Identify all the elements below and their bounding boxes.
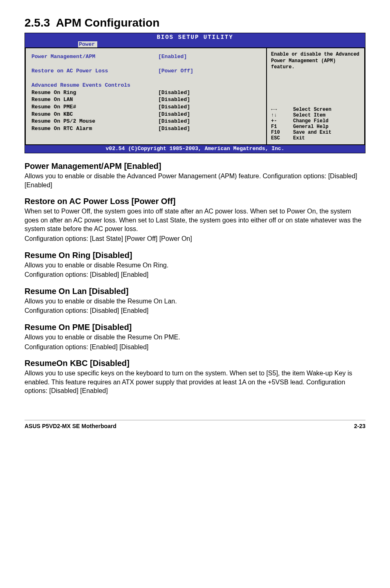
- bios-setting-row: Resume On PS/2 Mouse[Disabled]: [31, 118, 260, 125]
- bios-key: ←→: [271, 107, 293, 112]
- page-footer: ASUS P5VD2-MX SE Motherboard 2-23: [25, 420, 365, 429]
- bios-setting-row: Resume On KBC[Disabled]: [31, 111, 260, 118]
- footer-left: ASUS P5VD2-MX SE Motherboard: [25, 423, 117, 429]
- bios-setting-value[interactable]: [Disabled]: [158, 103, 260, 111]
- bios-key-legend: ←→Select Screen↑↓Select Item+-Change Fie…: [271, 107, 360, 141]
- bios-setting-label[interactable]: Resume On Ring: [31, 89, 158, 97]
- bios-setting-label[interactable]: Resume On RTC Alarm: [31, 125, 158, 132]
- bios-key: ESC: [271, 135, 293, 141]
- bios-help-text: Enable or disable the Advanced Power Man…: [271, 52, 360, 71]
- bios-key-desc: Select Item: [293, 112, 360, 118]
- bios-setting-row: Advanced Resume Events Controls: [31, 82, 260, 89]
- subheading: Resume On PME [Disabled]: [25, 323, 365, 332]
- bios-footer: v02.54 (C)Copyright 1985-2003, American …: [25, 145, 365, 153]
- bios-setting-value[interactable]: [Disabled]: [158, 89, 260, 97]
- bios-setting-value[interactable]: [Disabled]: [158, 111, 260, 118]
- body-text: Configuration options: [Enabled] [Disabl…: [25, 343, 365, 352]
- bios-setting-label[interactable]: Power Management/APM: [31, 53, 158, 61]
- bios-key-row: ←→Select Screen: [271, 107, 360, 112]
- bios-setting-row: [31, 75, 260, 82]
- bios-key-row: ESCExit: [271, 135, 360, 141]
- bios-key-row: ↑↓Select Item: [271, 112, 360, 118]
- body-text: Allows you to enable or disable the Resu…: [25, 333, 365, 342]
- subheading: Resume On Lan [Disabled]: [25, 287, 365, 296]
- bios-title-bar: BIOS SETUP UTILITY: [25, 33, 365, 41]
- bios-key: ↑↓: [271, 112, 293, 118]
- subheading: Resume On Ring [Disabled]: [25, 251, 365, 260]
- body-text: Allows you to use specific keys on the k…: [25, 369, 365, 395]
- bios-setting-value[interactable]: [Enabled]: [158, 53, 260, 61]
- bios-setting-label[interactable]: Resume On LAN: [31, 96, 158, 103]
- bios-key: F10: [271, 130, 293, 135]
- bios-setting-label[interactable]: Resume On PS/2 Mouse: [31, 118, 158, 125]
- body-text: Configuration options: [Disabled] [Enabl…: [25, 270, 365, 279]
- bios-key-desc: Exit: [293, 135, 360, 141]
- bios-setting-row: [31, 61, 260, 68]
- body-text: Configuration options: [Last State] [Pow…: [25, 234, 365, 243]
- subheading: ResumeOn KBC [Disabled]: [25, 359, 365, 368]
- bios-setting-row: Resume On Ring[Disabled]: [31, 89, 260, 97]
- body-text: When set to Power Off, the system goes i…: [25, 207, 365, 233]
- bios-key: F1: [271, 124, 293, 130]
- bios-setting-row: Restore on AC Power Loss[Power Off]: [31, 67, 260, 75]
- tab-power[interactable]: Power: [78, 41, 97, 47]
- bios-setting-value[interactable]: [Power Off]: [158, 67, 260, 75]
- body-text: Allows you to enable or disable Resume O…: [25, 261, 365, 270]
- footer-right: 2-23: [354, 423, 365, 429]
- subheading: Restore on AC Power Loss [Power Off]: [25, 197, 365, 206]
- bios-key-row: +-Change Field: [271, 118, 360, 124]
- bios-key-desc: Change Field: [293, 118, 360, 124]
- body-text: Allows you to enable or disable the Resu…: [25, 297, 365, 306]
- bios-setting-label[interactable]: Advanced Resume Events Controls: [31, 82, 158, 89]
- section-heading: 2.5.3 APM Configuration: [25, 16, 365, 29]
- bios-setting-label[interactable]: Resume On PME#: [31, 103, 158, 111]
- bios-window: BIOS SETUP UTILITY Power Power Managemen…: [25, 33, 365, 153]
- body-text: Configuration options: [Disabled] [Enabl…: [25, 306, 365, 315]
- bios-setting-label[interactable]: Restore on AC Power Loss: [31, 67, 158, 75]
- bios-setting-row: Resume On RTC Alarm[Disabled]: [31, 125, 260, 132]
- bios-key-desc: Select Screen: [293, 107, 360, 112]
- bios-setting-label[interactable]: Resume On KBC: [31, 111, 158, 118]
- bios-setting-value[interactable]: [Disabled]: [158, 125, 260, 132]
- bios-key-desc: Save and Exit: [293, 130, 360, 135]
- section-title-text: APM Configuration: [56, 16, 160, 29]
- section-number: 2.5.3: [25, 16, 50, 29]
- bios-setting-row: Resume On LAN[Disabled]: [31, 96, 260, 103]
- bios-key-row: F10Save and Exit: [271, 130, 360, 135]
- bios-setting-value[interactable]: [Disabled]: [158, 118, 260, 125]
- bios-setting-value[interactable]: [Disabled]: [158, 96, 260, 103]
- body-text: Allows you to enable or disable the Adva…: [25, 172, 365, 189]
- bios-key: +-: [271, 118, 293, 124]
- bios-help-panel: Enable or disable the Advanced Power Man…: [267, 47, 365, 145]
- bios-tab-row: Power: [25, 41, 365, 47]
- bios-setting-row: Resume On PME#[Disabled]: [31, 103, 260, 111]
- bios-settings-panel: Power Management/APM[Enabled] Restore on…: [25, 47, 267, 145]
- bios-key-row: F1General Help: [271, 124, 360, 130]
- bios-setting-row: Power Management/APM[Enabled]: [31, 53, 260, 61]
- subheading: Power Management/APM [Enabled]: [25, 162, 365, 171]
- bios-body: Power Management/APM[Enabled] Restore on…: [25, 47, 365, 145]
- bios-key-desc: General Help: [293, 124, 360, 130]
